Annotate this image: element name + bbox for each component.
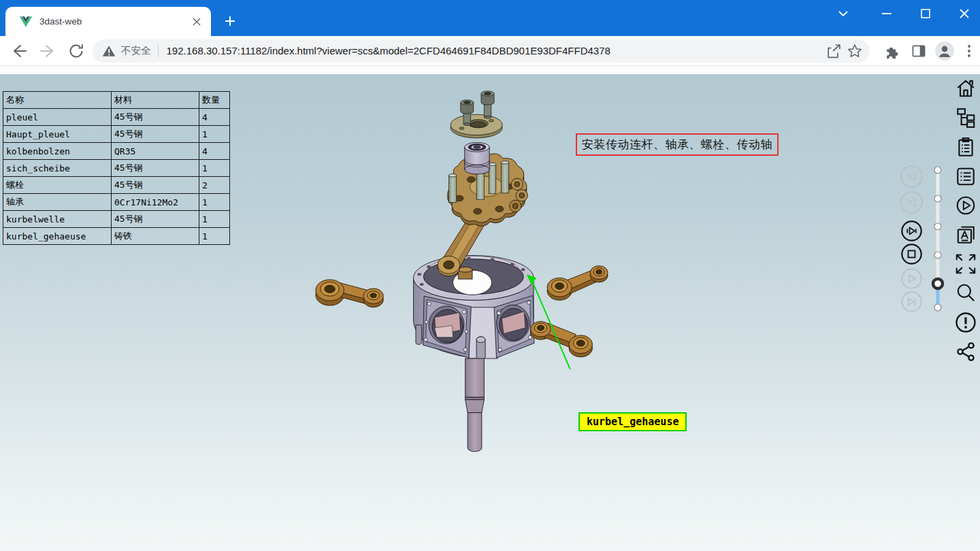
tab-title: 3dast-web — [39, 16, 189, 27]
stop-icon — [901, 244, 922, 265]
viewer-3d-canvas[interactable] — [0, 74, 980, 551]
skip-to-end-button[interactable] — [901, 291, 922, 312]
forward-arrow-icon — [39, 42, 56, 60]
window-restore-down-button[interactable] — [836, 0, 851, 27]
step-note: 安装传动连杆、轴承、螺栓、传动轴 — [576, 133, 779, 156]
not-secure-warning-icon — [102, 44, 116, 58]
star-icon — [847, 43, 863, 59]
window-minimize-button[interactable] — [879, 0, 894, 27]
play-circle-button[interactable] — [954, 195, 977, 216]
part-pleuel-right-top[interactable] — [547, 266, 608, 301]
minimize-icon — [879, 6, 894, 21]
part-kurbel-gehaeuse[interactable] — [413, 256, 534, 360]
home-button[interactable] — [954, 78, 977, 99]
play-pause-button[interactable] — [901, 220, 922, 241]
fit-screen-icon — [954, 252, 977, 276]
step-back-icon — [900, 191, 923, 214]
url-bar[interactable]: 不安全 192.168.30.157:11182/index.html?view… — [93, 39, 870, 63]
tab-close-button[interactable] — [189, 14, 204, 29]
viewer-sidebar — [954, 78, 977, 363]
share-button[interactable] — [822, 40, 844, 62]
play-pause-icon — [901, 220, 922, 241]
fit-screen-button[interactable] — [954, 253, 977, 275]
profile-avatar[interactable] — [934, 40, 956, 62]
vue-logo-icon — [19, 16, 33, 28]
puzzle-icon — [883, 43, 900, 59]
part-sich-scheibe[interactable] — [451, 114, 502, 138]
browser-toolbar: 不安全 192.168.30.157:11182/index.html?view… — [0, 36, 980, 66]
chevron-down-icon — [836, 6, 851, 21]
close-icon — [957, 6, 972, 21]
part-bearing[interactable] — [465, 142, 489, 174]
play-icon — [901, 268, 922, 289]
skip-to-start-icon — [900, 165, 923, 188]
zoom-button[interactable] — [954, 282, 977, 304]
extensions-button[interactable] — [881, 40, 902, 62]
reload-icon — [67, 42, 85, 60]
url-divider — [158, 45, 159, 57]
page-top-strip — [0, 66, 980, 74]
skip-to-end-icon — [901, 291, 922, 312]
back-arrow-icon — [10, 42, 28, 60]
stop-button[interactable] — [901, 244, 922, 265]
forward-button[interactable] — [37, 40, 59, 62]
reload-button[interactable] — [65, 40, 87, 62]
timeline-slider[interactable] — [932, 166, 944, 313]
side-panel-icon — [911, 43, 927, 59]
viewer-viewport[interactable]: 名称 材料 数量 pleuel45号钢4 Haupt_pleuel45号钢1 k… — [0, 74, 980, 551]
part-kurbelwelle[interactable] — [466, 358, 485, 452]
list-button[interactable] — [954, 165, 977, 187]
window-close-button[interactable] — [957, 0, 972, 27]
security-label[interactable]: 不安全 — [121, 44, 151, 57]
clipboard-list-icon — [955, 136, 977, 158]
browser-tab[interactable]: 3dast-web — [5, 7, 211, 36]
annotation-button[interactable] — [954, 224, 977, 246]
play-circle-icon — [955, 195, 977, 216]
plus-icon — [225, 16, 235, 27]
part-pleuel-right-bottom[interactable] — [531, 321, 593, 356]
window-maximize-button[interactable] — [918, 0, 933, 27]
home-icon — [955, 78, 977, 99]
new-tab-button[interactable] — [220, 12, 240, 31]
part-pleuel-left[interactable] — [316, 280, 384, 307]
back-button[interactable] — [8, 40, 30, 62]
share-icon — [825, 43, 841, 59]
annotation-icon — [955, 224, 977, 246]
step-back-button[interactable] — [900, 191, 923, 214]
part-label[interactable]: kurbel_gehaeuse — [578, 412, 687, 431]
share-icon — [955, 341, 977, 363]
alert-icon — [954, 311, 977, 334]
url-text[interactable]: 192.168.30.157:11182/index.html?viewer=s… — [167, 45, 823, 56]
skip-to-start-button[interactable] — [900, 165, 923, 188]
play-button[interactable] — [901, 268, 922, 289]
model-tree-button[interactable] — [954, 107, 977, 129]
kebab-menu-icon — [961, 43, 977, 59]
bookmark-star-button[interactable] — [844, 40, 866, 62]
maximize-icon — [918, 6, 933, 21]
menu-kebab-button[interactable] — [958, 40, 980, 62]
model-tree-icon — [955, 107, 977, 129]
timeline-current-handle[interactable] — [933, 279, 943, 288]
side-panel-button[interactable] — [908, 40, 930, 62]
list-icon — [955, 165, 977, 187]
share-model-button[interactable] — [954, 341, 977, 363]
avatar-icon — [934, 41, 955, 61]
clipboard-list-button[interactable] — [954, 136, 977, 158]
close-icon — [193, 18, 201, 26]
zoom-icon — [955, 282, 977, 304]
alert-button[interactable] — [954, 312, 977, 333]
